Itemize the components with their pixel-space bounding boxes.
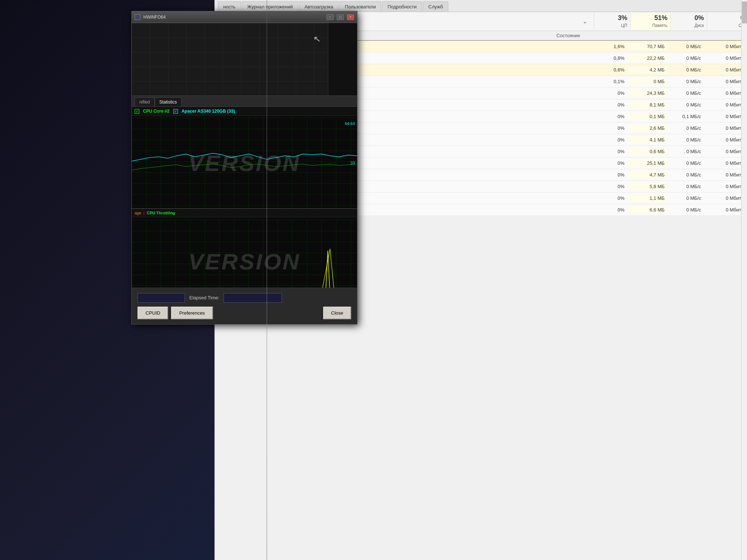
resize-panel[interactable] bbox=[328, 23, 357, 96]
process-mem: 4,2 МБ bbox=[627, 66, 667, 73]
process-mem: 24,3 МБ bbox=[627, 90, 667, 97]
process-cpu: 0% bbox=[591, 171, 627, 178]
bottom-bar: Elapsed Time: CPUID Preferences Close bbox=[132, 288, 357, 324]
process-status bbox=[540, 198, 591, 199]
elapsed-bar-right bbox=[224, 293, 282, 303]
process-disk: 0 МБ/с bbox=[667, 125, 704, 132]
process-mem: 70,7 МБ bbox=[627, 43, 667, 50]
dropdown-arrow[interactable]: ⌄ bbox=[576, 13, 594, 30]
monitor-panel-1: ✓ CPU Core #2 ✓ Apacer AS340 120GB (33) … bbox=[132, 107, 357, 209]
tab-services[interactable]: Служб bbox=[423, 1, 448, 12]
tab-statistics[interactable]: Statistics bbox=[155, 97, 182, 106]
pipe-separator: | bbox=[143, 211, 144, 215]
scrollbar-thumb[interactable] bbox=[742, 1, 747, 23]
process-cpu: 0% bbox=[591, 113, 627, 120]
process-status bbox=[540, 151, 591, 152]
process-net: 0 Мбит bbox=[704, 136, 744, 143]
left-buttons: CPUID Preferences bbox=[138, 307, 213, 319]
task-manager-tabs: ность Журнал приложений Автозагрузка Пол… bbox=[215, 0, 747, 12]
process-net: 0 Мбит bbox=[704, 171, 744, 178]
process-cpu: 0% bbox=[591, 206, 627, 213]
process-disk: 0 МБ/с bbox=[667, 171, 704, 178]
graph-grid bbox=[132, 23, 357, 96]
process-disk: 0 МБ/с bbox=[667, 183, 704, 190]
process-status bbox=[540, 116, 591, 117]
app-icon bbox=[135, 14, 140, 20]
scrollbar-vertical[interactable] bbox=[741, 0, 747, 560]
process-net: 0 Мбит bbox=[704, 195, 744, 202]
process-cpu: 0% bbox=[591, 160, 627, 167]
process-status bbox=[540, 104, 591, 106]
bottom-tabs-row: nified Statistics bbox=[132, 96, 357, 107]
checkbox-cpu-core2[interactable]: ✓ bbox=[135, 109, 139, 114]
process-status bbox=[540, 174, 591, 176]
col-header-disk[interactable]: 0% Диск bbox=[670, 13, 707, 30]
tab-nified[interactable]: nified bbox=[135, 97, 155, 106]
elapsed-bar-left bbox=[138, 293, 185, 303]
process-net: 0 Мбит bbox=[704, 206, 744, 213]
process-net: 0 Мбит bbox=[704, 66, 744, 73]
tab-app-history[interactable]: Журнал приложений bbox=[242, 1, 298, 12]
hwinfo-window: HWiNFO64 − □ × ↖ nified Statistics ✓ CPU… bbox=[131, 11, 357, 324]
graph-body-1: VERSION 64 64 33 bbox=[132, 118, 357, 208]
tab-productivity[interactable]: ность bbox=[218, 1, 241, 12]
process-mem: 4,7 МБ bbox=[627, 171, 667, 178]
process-disk: 0 МБ/с bbox=[667, 101, 704, 108]
process-disk: . 0 МБ/с bbox=[667, 148, 704, 155]
process-net: 0 Мбит bbox=[704, 125, 744, 132]
process-net: 0 Мбит bbox=[704, 148, 744, 155]
close-button[interactable]: × bbox=[347, 14, 354, 20]
process-net: 0 Мбит bbox=[704, 101, 744, 108]
process-mem: 22,2 МБ bbox=[627, 55, 667, 62]
process-net: 0 Мбит bbox=[704, 113, 744, 120]
process-mem: 25,1 МБ bbox=[627, 160, 667, 167]
process-mem: 4,1 МБ bbox=[627, 136, 667, 143]
process-status bbox=[540, 139, 591, 141]
process-disk: 0 МБ/с bbox=[667, 90, 704, 97]
process-disk: 0 МБ/с bbox=[667, 206, 704, 213]
window-title: HWiNFO64 bbox=[143, 15, 166, 20]
tab-details[interactable]: Подробности bbox=[382, 1, 422, 12]
monitor-panel-2-header: age | CPU Throttling bbox=[132, 209, 357, 217]
process-cpu: 0% bbox=[591, 183, 627, 190]
col-header-mem[interactable]: 51% Память bbox=[630, 13, 670, 30]
process-cpu: 0% bbox=[591, 90, 627, 97]
monitor-panel-1-header: ✓ CPU Core #2 ✓ Apacer AS340 120GB (33) bbox=[132, 107, 357, 116]
process-status bbox=[540, 81, 591, 82]
process-disk: 0 МБ/с bbox=[667, 136, 704, 143]
mouse-cursor-icon: ↖ bbox=[313, 34, 321, 44]
col-header-cpu[interactable]: 3% ЦП bbox=[594, 13, 630, 30]
process-status bbox=[540, 58, 591, 59]
process-cpu: 0% bbox=[591, 125, 627, 132]
process-status bbox=[540, 163, 591, 164]
process-cpu: 0,8% bbox=[591, 55, 627, 62]
maximize-button[interactable]: □ bbox=[337, 14, 344, 20]
process-disk: 0 МБ/с bbox=[667, 43, 704, 50]
process-net: 0 Мбит bbox=[704, 90, 744, 97]
process-disk: 0 МБ/с bbox=[667, 55, 704, 62]
process-status bbox=[540, 69, 591, 71]
graph-value-top: 64 64 bbox=[345, 121, 355, 126]
process-mem: 5,8 МБ bbox=[627, 183, 667, 190]
process-net: 0 Мбит bbox=[704, 183, 744, 190]
process-net: 0 Мбит bbox=[704, 55, 744, 62]
elapsed-time-row: Elapsed Time: bbox=[138, 293, 351, 303]
process-status bbox=[540, 209, 591, 211]
checkbox-apacer[interactable]: ✓ bbox=[173, 109, 178, 114]
process-net: 0 Мбит bbox=[704, 160, 744, 167]
col-subheader-status[interactable]: Состояние bbox=[543, 32, 594, 39]
process-mem: 2,6 МБ bbox=[627, 125, 667, 132]
process-net: 0 Мбит bbox=[704, 43, 744, 50]
tab-users[interactable]: Пользователи bbox=[340, 1, 382, 12]
close-main-button[interactable]: Close bbox=[323, 307, 351, 319]
window-controls: − □ × bbox=[326, 14, 354, 20]
cpuid-button[interactable]: CPUID bbox=[138, 307, 168, 319]
preferences-button[interactable]: Preferences bbox=[171, 307, 213, 319]
minimize-button[interactable]: − bbox=[326, 14, 334, 20]
process-mem: 0,1 МБ bbox=[627, 113, 667, 120]
process-status bbox=[540, 93, 591, 94]
tab-startup[interactable]: Автозагрузка bbox=[299, 1, 339, 12]
process-cpu: 0,6% bbox=[591, 66, 627, 73]
window-divider bbox=[266, 0, 267, 560]
process-mem: 0 МБ bbox=[627, 78, 667, 85]
